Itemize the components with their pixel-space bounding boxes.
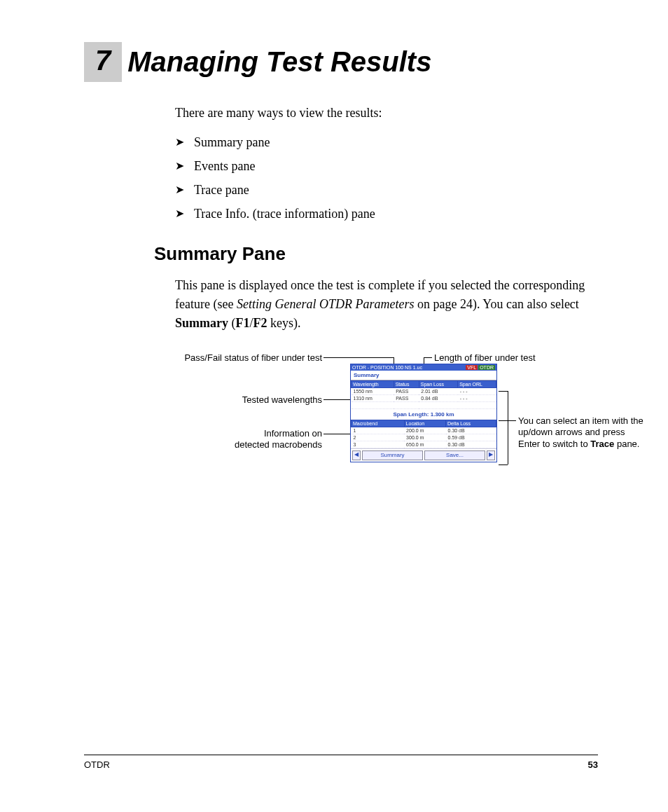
callout-line: pane. — [614, 439, 639, 449]
callout-line: detected macrobends — [235, 439, 322, 450]
footer-left: OTDR — [84, 759, 110, 770]
cell: 0.59 dB — [446, 434, 496, 441]
cell-status: PASS — [394, 387, 419, 394]
bullet-item: Trace pane — [175, 178, 598, 202]
cell: 0.30 dB — [446, 441, 496, 448]
para-strong: F2 — [253, 316, 267, 330]
callout-select: You can select an item with the up/down … — [518, 415, 665, 451]
th-deltaloss: Delta Loss — [446, 420, 496, 427]
device-tab: Summary — [351, 371, 496, 380]
cell: - - - — [458, 387, 496, 394]
cell: - - - — [458, 394, 496, 401]
callout-line: up/down arrows and press — [518, 427, 625, 437]
callout-passfail: Pass/Fail status of fiber under test — [140, 352, 322, 364]
cell: 650.0 m — [404, 441, 445, 448]
th-status: Status — [394, 380, 419, 387]
para-strong: Summary — [175, 316, 228, 330]
para-emphasis: Setting General OTDR Parameters — [237, 297, 414, 311]
cell: 1310 nm — [352, 394, 394, 401]
para-text: ( — [228, 316, 236, 330]
cell: 1 — [352, 427, 405, 434]
leader-line — [499, 391, 508, 392]
summary-button[interactable]: Summary — [362, 450, 423, 460]
th-macrobend: Macrobend — [352, 420, 405, 427]
span-length-label: Span Length: 1.300 km — [351, 409, 496, 420]
leader-line — [323, 357, 394, 358]
th-spanloss: Span Loss — [419, 380, 457, 387]
th-spanorl: Span ORL — [458, 380, 496, 387]
leader-line — [508, 391, 508, 465]
table-row: 1550 nm PASS 2.01 dB - - - — [352, 387, 496, 394]
bullet-item: Summary pane — [175, 130, 598, 154]
table-row: 3 650.0 m 0.30 dB — [352, 441, 496, 448]
para-text: on page 24). You can also select — [414, 297, 578, 311]
leader-line — [424, 357, 432, 358]
macrobend-table: Macrobend Location Delta Loss 1 200.0 m … — [351, 420, 496, 448]
callout-line: Enter to switch to — [518, 439, 590, 449]
cell: 200.0 m — [404, 427, 445, 434]
para-strong: F1 — [236, 316, 250, 330]
callout-strong: Trace — [590, 439, 614, 449]
leader-line — [323, 434, 350, 434]
cell: 2 — [352, 434, 405, 441]
nav-left-button[interactable]: ◀ — [352, 450, 361, 460]
cell: 300.0 m — [404, 434, 445, 441]
th-wavelength: Wavelength — [352, 380, 394, 387]
bullet-item: Events pane — [175, 154, 598, 178]
cell: 0.84 dB — [419, 394, 457, 401]
callout-length: Length of fiber under test — [434, 352, 536, 364]
th-location: Location — [404, 420, 445, 427]
bullet-item: Trace Info. (trace information) pane — [175, 202, 598, 226]
cell: 3 — [352, 441, 405, 448]
device-screenshot: OTDR - POSITION 100 NS 1.uc VFLOTDR Summ… — [350, 364, 497, 462]
chapter-number: 7 — [84, 42, 122, 82]
callout-line: You can select an item with the — [518, 415, 643, 426]
leader-line — [323, 399, 350, 400]
device-titlebar: OTDR - POSITION 100 NS 1.uc VFLOTDR — [351, 364, 496, 371]
page-number: 53 — [588, 759, 598, 770]
section-paragraph: This pane is displayed once the test is … — [175, 276, 598, 333]
device-footer: ◀ Summary Save... ▶ — [351, 448, 496, 462]
table-row: 1310 nm PASS 0.84 dB - - - — [352, 394, 496, 401]
nav-right-button[interactable]: ▶ — [487, 450, 495, 460]
otdr-badge: OTDR — [478, 365, 495, 370]
cell: 0.30 dB — [446, 427, 496, 434]
bullet-list: Summary pane Events pane Trace pane Trac… — [175, 130, 598, 226]
cell-status: PASS — [394, 394, 419, 401]
callout-wavelengths: Tested wavelengths — [140, 394, 322, 406]
vfl-badge: VFL — [466, 365, 478, 370]
save-button[interactable]: Save... — [424, 450, 485, 460]
leader-line — [499, 465, 508, 465]
cell: 2.01 dB — [419, 387, 457, 394]
chapter-header: 7 Managing Test Results — [84, 42, 598, 82]
table-row: 1 200.0 m 0.30 dB — [352, 427, 496, 434]
device-title: OTDR - POSITION 100 NS 1.uc — [352, 365, 422, 370]
para-text: keys). — [267, 316, 301, 330]
table-row: 2 300.0 m 0.59 dB — [352, 434, 496, 441]
cell: 1550 nm — [352, 387, 394, 394]
wavelength-table: Wavelength Status Span Loss Span ORL 155… — [351, 380, 496, 409]
page-footer: OTDR 53 — [84, 755, 598, 770]
callout-macrobends: Information on detected macrobends — [140, 428, 322, 451]
callout-line: Information on — [264, 428, 322, 439]
intro-text: There are many ways to view the results: — [175, 103, 598, 123]
section-heading: Summary Pane — [154, 243, 598, 265]
figure: Pass/Fail status of fiber under test Len… — [140, 352, 598, 507]
chapter-title: Managing Test Results — [127, 46, 431, 78]
